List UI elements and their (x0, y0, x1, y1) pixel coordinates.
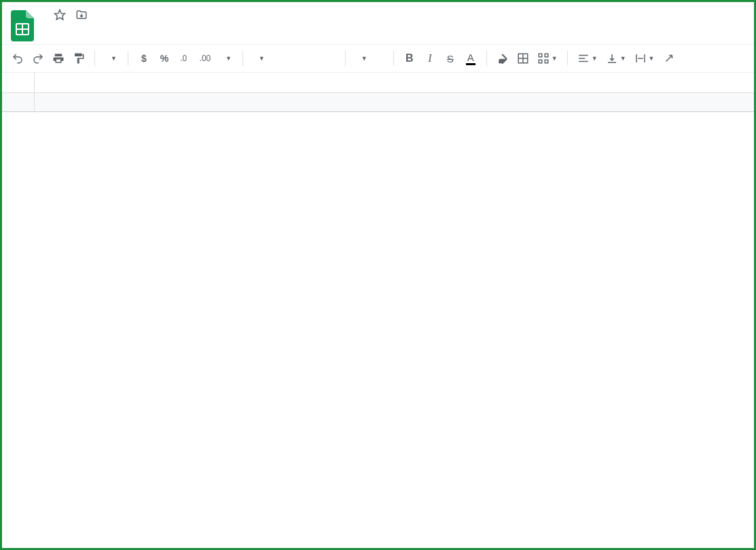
zoom-dropdown[interactable]: ▼ (102, 55, 121, 62)
fx-label (2, 73, 35, 92)
vertical-align-button[interactable]: ▼ (603, 49, 629, 68)
fill-color-button[interactable] (494, 49, 511, 68)
menu-format[interactable] (103, 29, 116, 34)
title-bar (2, 2, 754, 44)
strikethrough-button[interactable]: S (442, 49, 459, 68)
increase-decimal-button[interactable]: .00 (196, 49, 214, 68)
font-size-dropdown[interactable]: ▼ (353, 55, 386, 62)
paint-format-button[interactable] (70, 49, 88, 68)
number-format-dropdown[interactable]: ▼ (217, 55, 236, 62)
select-all-corner[interactable] (2, 93, 35, 112)
svg-rect-4 (518, 54, 528, 63)
bold-button[interactable]: B (401, 49, 418, 68)
text-color-button[interactable]: A (462, 49, 480, 68)
move-icon[interactable] (75, 9, 88, 24)
menu-addons[interactable] (147, 29, 161, 34)
menu-tools[interactable] (132, 29, 146, 34)
sheets-logo[interactable] (9, 7, 36, 44)
text-wrap-button[interactable]: ▼ (632, 49, 658, 68)
menu-edit[interactable] (58, 29, 71, 34)
italic-button[interactable]: I (421, 49, 439, 68)
star-icon[interactable] (54, 9, 66, 24)
menu-insert[interactable] (88, 29, 101, 34)
font-family-dropdown[interactable]: ▼ (250, 55, 338, 62)
column-headers (35, 93, 754, 112)
undo-button[interactable] (9, 49, 26, 68)
decrease-decimal-button[interactable]: .0 (176, 49, 194, 68)
print-button[interactable] (50, 49, 67, 68)
merge-cells-button[interactable]: ▼ (535, 49, 560, 68)
menu-file[interactable] (43, 29, 56, 34)
borders-button[interactable] (514, 49, 532, 68)
menu-view[interactable] (73, 29, 86, 34)
redo-button[interactable] (29, 49, 47, 68)
toolbar: ▼ $ % .0 .00 ▼ ▼ ▼ B I S A ▼ ▼ ▼ ▼ (2, 44, 754, 73)
svg-marker-3 (55, 10, 65, 20)
menu-data[interactable] (118, 29, 131, 34)
format-currency-button[interactable]: $ (135, 49, 153, 68)
horizontal-align-button[interactable]: ▼ (575, 49, 600, 68)
menu-help[interactable] (162, 29, 176, 34)
format-percent-button[interactable]: % (156, 49, 173, 68)
spreadsheet-grid (2, 93, 754, 112)
text-rotation-button[interactable] (660, 49, 678, 68)
formula-input[interactable] (35, 73, 754, 92)
formula-bar (2, 73, 754, 93)
menu-bar (43, 29, 176, 38)
